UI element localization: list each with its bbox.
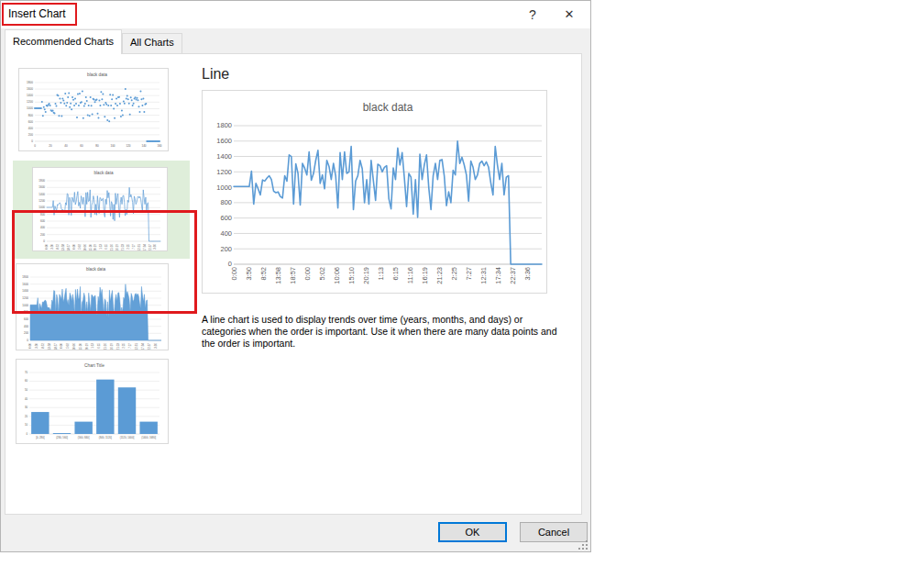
svg-text:3:50: 3:50 bbox=[245, 267, 253, 281]
thumbnail-area-chart[interactable]: black data020040060080010001200140016001… bbox=[16, 263, 169, 350]
svg-text:16:19: 16:19 bbox=[110, 343, 114, 350]
tab-all-charts[interactable]: All Charts bbox=[122, 33, 182, 53]
svg-text:0:00: 0:00 bbox=[45, 244, 49, 250]
svg-text:10: 10 bbox=[25, 423, 28, 427]
svg-text:400: 400 bbox=[220, 229, 232, 238]
svg-text:(1120, 1400]: (1120, 1400] bbox=[120, 436, 135, 439]
svg-text:600: 600 bbox=[40, 219, 45, 223]
svg-text:16:19: 16:19 bbox=[421, 267, 429, 284]
svg-text:black data: black data bbox=[363, 101, 413, 114]
svg-text:600: 600 bbox=[220, 214, 232, 222]
line-chart-thumbnail-box: black data020040060080010001200140016001… bbox=[32, 167, 168, 251]
line-chart-thumbnail: black data020040060080010001200140016001… bbox=[33, 168, 167, 250]
svg-text:20:19: 20:19 bbox=[362, 267, 370, 284]
svg-text:21:23: 21:23 bbox=[121, 244, 125, 250]
svg-text:1:13: 1:13 bbox=[91, 343, 94, 349]
svg-text:100: 100 bbox=[110, 144, 115, 148]
svg-text:22:37: 22:37 bbox=[148, 343, 151, 350]
svg-text:1400: 1400 bbox=[27, 94, 33, 97]
thumbnail-histogram-chart[interactable]: Chart Title010203040506070[0, 280](280, … bbox=[16, 359, 169, 444]
svg-text:200: 200 bbox=[28, 133, 33, 137]
svg-text:6:15: 6:15 bbox=[97, 343, 101, 349]
svg-text:6:15: 6:15 bbox=[391, 267, 400, 281]
svg-text:17:34: 17:34 bbox=[141, 343, 145, 350]
svg-text:1800: 1800 bbox=[216, 121, 232, 129]
svg-text:21:23: 21:23 bbox=[435, 267, 444, 284]
svg-text:11:16: 11:16 bbox=[406, 267, 414, 283]
svg-text:12:31: 12:31 bbox=[138, 244, 141, 250]
svg-text:3:36: 3:36 bbox=[523, 267, 532, 281]
svg-text:13:58: 13:58 bbox=[48, 343, 51, 350]
svg-text:0:00: 0:00 bbox=[28, 343, 32, 349]
titlebar[interactable]: Insert Chart ? ✕ bbox=[1, 1, 590, 28]
scatter-chart-thumbnail: black data020040060080010001200140016001… bbox=[19, 69, 168, 150]
svg-text:11:16: 11:16 bbox=[104, 343, 107, 350]
svg-text:800: 800 bbox=[40, 213, 45, 217]
svg-text:22:37: 22:37 bbox=[509, 267, 517, 284]
svg-text:200: 200 bbox=[24, 331, 28, 335]
svg-text:16:19: 16:19 bbox=[116, 244, 119, 250]
close-icon[interactable]: ✕ bbox=[556, 3, 583, 26]
svg-text:10:06: 10:06 bbox=[83, 244, 87, 250]
svg-text:1200: 1200 bbox=[27, 100, 33, 104]
svg-text:black data: black data bbox=[94, 171, 114, 175]
svg-text:5:02: 5:02 bbox=[78, 244, 82, 250]
svg-text:8:52: 8:52 bbox=[41, 343, 45, 349]
svg-text:18:57: 18:57 bbox=[289, 267, 297, 284]
svg-text:0:00: 0:00 bbox=[230, 267, 238, 281]
tab-content-panel: black data020040060080010001200140016001… bbox=[5, 53, 582, 515]
svg-text:120: 120 bbox=[126, 144, 130, 148]
svg-text:22:37: 22:37 bbox=[148, 244, 152, 250]
svg-text:1800: 1800 bbox=[27, 81, 33, 84]
tab-recommended-charts[interactable]: Recommended Charts bbox=[5, 29, 122, 54]
svg-text:12:31: 12:31 bbox=[135, 343, 138, 350]
svg-text:Chart Title: Chart Title bbox=[84, 363, 104, 368]
svg-text:0: 0 bbox=[34, 144, 36, 148]
svg-text:1600: 1600 bbox=[216, 137, 232, 145]
svg-text:1800: 1800 bbox=[22, 275, 28, 279]
resize-grip[interactable] bbox=[578, 539, 588, 550]
svg-text:20:19: 20:19 bbox=[85, 343, 89, 350]
svg-text:0: 0 bbox=[43, 239, 45, 243]
svg-text:2:25: 2:25 bbox=[122, 343, 126, 349]
svg-text:1000: 1000 bbox=[27, 106, 33, 110]
svg-text:600: 600 bbox=[24, 317, 28, 321]
line-chart-preview: black data020040060080010001200140016001… bbox=[202, 90, 547, 294]
screen: Insert Chart ? ✕ Recommended Charts All … bbox=[0, 0, 924, 578]
svg-text:7:27: 7:27 bbox=[465, 267, 473, 281]
svg-text:8:52: 8:52 bbox=[56, 244, 60, 250]
help-button[interactable]: ? bbox=[519, 3, 546, 26]
svg-text:1600: 1600 bbox=[22, 283, 28, 286]
svg-text:20:19: 20:19 bbox=[94, 244, 97, 250]
svg-text:1200: 1200 bbox=[216, 168, 232, 176]
svg-text:800: 800 bbox=[220, 198, 232, 206]
svg-text:60: 60 bbox=[80, 144, 83, 148]
svg-text:600: 600 bbox=[28, 120, 33, 124]
dialog-title: Insert Chart bbox=[8, 7, 66, 20]
svg-text:15:10: 15:10 bbox=[79, 343, 82, 350]
svg-text:1000: 1000 bbox=[22, 304, 28, 307]
svg-text:[0, 280]: [0, 280] bbox=[36, 436, 45, 439]
svg-text:17:34: 17:34 bbox=[494, 267, 502, 284]
svg-text:10:06: 10:06 bbox=[333, 267, 341, 284]
svg-text:3:50: 3:50 bbox=[50, 244, 54, 250]
svg-text:1400: 1400 bbox=[22, 289, 28, 293]
svg-text:160: 160 bbox=[157, 144, 161, 148]
svg-text:1400: 1400 bbox=[216, 152, 232, 161]
svg-text:17:34: 17:34 bbox=[143, 244, 147, 250]
thumbnail-scatter-chart[interactable]: black data020040060080010001200140016001… bbox=[18, 68, 169, 151]
svg-text:7:27: 7:27 bbox=[132, 244, 136, 250]
svg-text:2:25: 2:25 bbox=[126, 244, 130, 250]
ok-button[interactable]: OK bbox=[438, 522, 507, 542]
svg-text:20: 20 bbox=[49, 144, 52, 148]
svg-text:1000: 1000 bbox=[216, 183, 232, 192]
svg-text:1:13: 1:13 bbox=[377, 267, 385, 281]
preview-heading: Line bbox=[202, 66, 229, 83]
svg-text:1000: 1000 bbox=[38, 206, 45, 209]
histogram-chart-thumbnail: Chart Title010203040506070[0, 280](280, … bbox=[16, 360, 168, 443]
svg-text:1:13: 1:13 bbox=[99, 244, 103, 250]
thumbnail-line-chart-selected[interactable]: black data020040060080010001200140016001… bbox=[13, 161, 190, 259]
svg-text:12:31: 12:31 bbox=[479, 267, 488, 284]
svg-text:70: 70 bbox=[25, 371, 28, 374]
svg-text:800: 800 bbox=[28, 114, 33, 117]
